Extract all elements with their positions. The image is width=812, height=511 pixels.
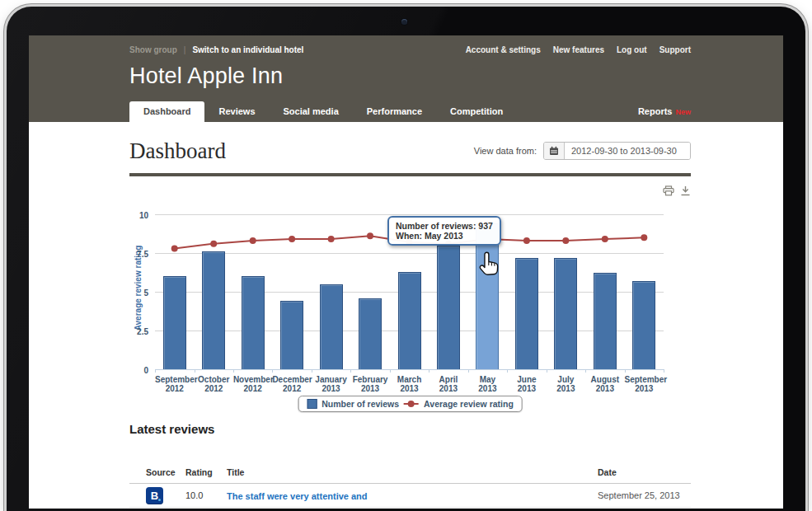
- nav-divider: |: [184, 45, 186, 54]
- chart-point[interactable]: [328, 236, 335, 242]
- tab-competition[interactable]: Competition: [436, 101, 517, 122]
- print-icon[interactable]: [663, 185, 674, 196]
- column-header-title: Title: [227, 467, 598, 477]
- legend-bar-swatch: [307, 399, 317, 409]
- tab-reports[interactable]: ReportsNew: [638, 101, 691, 122]
- chart-bar[interactable]: [242, 276, 265, 369]
- utility-link[interactable]: Support: [659, 45, 691, 54]
- chart: Average review rating Number of reviews:…: [129, 199, 691, 412]
- chart-bar[interactable]: [280, 301, 303, 369]
- utility-link[interactable]: Log out: [617, 45, 647, 54]
- legend-line-swatch: [404, 399, 419, 409]
- tab-dashboard[interactable]: Dashboard: [129, 101, 204, 122]
- chart-bar[interactable]: [202, 251, 225, 369]
- chart-bar[interactable]: [359, 298, 382, 370]
- utility-link[interactable]: Account & settings: [466, 45, 541, 54]
- x-category-label: April2013: [429, 375, 468, 393]
- x-axis-tick: [507, 369, 508, 373]
- chart-point[interactable]: [602, 236, 608, 242]
- review-title-link[interactable]: The staff were very attentive and: [227, 491, 368, 501]
- x-category-label: March2013: [390, 375, 429, 393]
- chart-point[interactable]: [367, 232, 373, 239]
- chart-point[interactable]: [210, 241, 217, 247]
- show-group-link[interactable]: Show group: [129, 45, 177, 54]
- source-badge-booking[interactable]: B: [146, 487, 163, 504]
- date-filter: View data from:: [474, 142, 691, 160]
- x-category-label: December2012: [272, 375, 312, 393]
- chart-legend[interactable]: Number of reviews Average review rating: [298, 396, 523, 412]
- x-category-label: September2012: [155, 375, 195, 393]
- new-badge: New: [675, 108, 691, 116]
- x-axis-tick: [585, 369, 586, 373]
- x-axis-tick: [195, 369, 195, 373]
- x-axis-line: [155, 369, 664, 370]
- chart-point[interactable]: [523, 237, 530, 244]
- cursor-hand-icon: [479, 251, 501, 279]
- badge-dot: [158, 499, 161, 501]
- chart-point[interactable]: [289, 236, 295, 242]
- x-category-label: May2013: [468, 375, 508, 393]
- chart-point[interactable]: [641, 234, 647, 241]
- date-range-input[interactable]: [565, 143, 690, 159]
- page: Show group | Switch to an individual hot…: [0, 0, 812, 511]
- tab-social-media[interactable]: Social media: [270, 101, 353, 122]
- x-axis-tick: [547, 369, 547, 373]
- chart-bar[interactable]: [320, 284, 343, 369]
- laptop-frame: Show group | Switch to an individual hot…: [7, 7, 805, 511]
- download-icon[interactable]: [680, 185, 691, 196]
- y-tick-label: 2.5: [125, 327, 148, 336]
- section-divider: [129, 173, 691, 176]
- chart-point[interactable]: [562, 237, 569, 244]
- calendar-icon[interactable]: [544, 143, 565, 159]
- chart-bar[interactable]: [594, 273, 617, 369]
- x-category-label: February2013: [350, 375, 390, 393]
- date-filter-label: View data from:: [474, 146, 537, 156]
- x-category-label: June2013: [507, 375, 547, 393]
- latest-reviews-title: Latest reviews: [129, 422, 691, 436]
- y-tick-label: 5: [125, 288, 148, 298]
- x-category-label: October2012: [195, 375, 234, 393]
- legend-bar-label: Number of reviews: [322, 399, 399, 409]
- page-title: Dashboard: [129, 138, 226, 164]
- tab-reviews[interactable]: Reviews: [204, 101, 269, 122]
- chart-point[interactable]: [250, 237, 256, 244]
- y-tick-label: 10: [125, 211, 148, 220]
- review-row: B10.0The staff were very attentive andSe…: [129, 484, 691, 508]
- reviews-table: SourceRatingTitleDate B10.0The staff wer…: [129, 466, 691, 509]
- switch-hotel-link[interactable]: Switch to an individual hotel: [192, 45, 303, 54]
- chart-bar[interactable]: [398, 272, 421, 369]
- x-axis-tick: [233, 369, 234, 373]
- chart-bar[interactable]: [437, 246, 460, 369]
- y-tick-label: 7.5: [125, 250, 148, 259]
- utility-nav: Account & settingsNew featuresLog outSup…: [466, 45, 691, 54]
- chart-bar[interactable]: [554, 258, 577, 369]
- x-category-label: August2013: [585, 375, 625, 393]
- utility-link[interactable]: New features: [553, 45, 604, 54]
- x-category-label: July2013: [547, 375, 586, 393]
- hotel-name: Hotel Apple Inn: [129, 63, 691, 89]
- chart-bar[interactable]: [515, 258, 538, 369]
- x-axis-tick: [390, 369, 391, 373]
- x-axis-tick: [429, 369, 429, 373]
- tab-performance[interactable]: Performance: [353, 101, 436, 122]
- chart-bar[interactable]: [632, 281, 655, 369]
- x-axis-tick: [625, 369, 626, 373]
- review-row: B: [129, 508, 691, 509]
- chart-tooltip: Number of reviews: 937 When: May 2013: [387, 216, 501, 246]
- legend-line-label: Average review rating: [424, 399, 514, 409]
- x-axis-tick: [272, 369, 273, 373]
- review-rating: 10.0: [185, 490, 227, 500]
- column-header-source: Source: [146, 467, 185, 477]
- top-nav: Show group | Switch to an individual hot…: [129, 35, 691, 54]
- column-header-date: Date: [598, 467, 691, 477]
- column-header-rating: Rating: [185, 467, 227, 477]
- chart-point[interactable]: [171, 245, 178, 251]
- tab-bar: DashboardReviewsSocial mediaPerformanceC…: [129, 101, 691, 122]
- reviews-table-header: SourceRatingTitleDate: [129, 466, 691, 479]
- content: Dashboard View data from:: [129, 139, 691, 509]
- date-range-widget: [543, 142, 691, 160]
- chart-bar[interactable]: [163, 276, 186, 369]
- x-axis-tick: [312, 369, 312, 373]
- x-category-label: November2012: [233, 375, 273, 393]
- gridline: [155, 253, 664, 254]
